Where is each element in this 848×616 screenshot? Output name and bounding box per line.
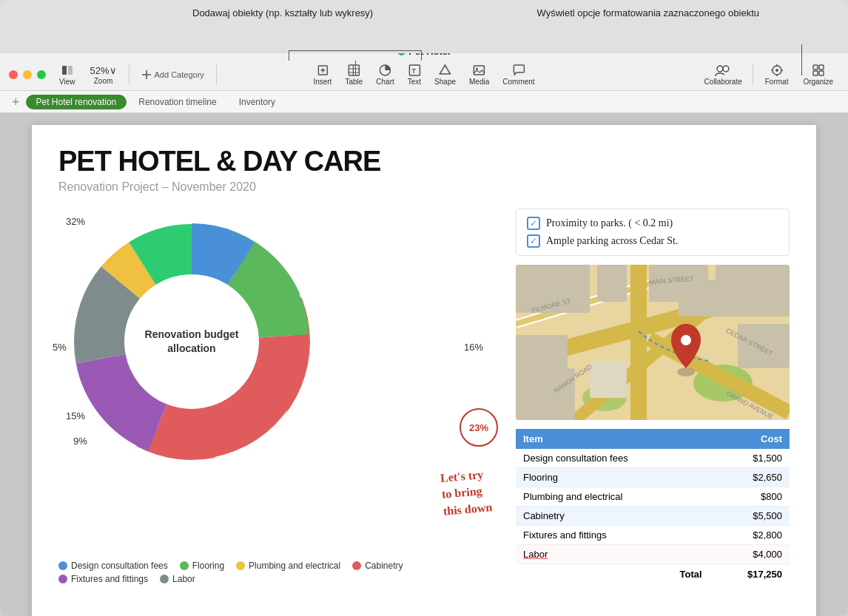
row-0-item: Design consultation fees bbox=[516, 449, 710, 468]
row-3-item: Cabinetry bbox=[516, 507, 710, 526]
svg-rect-48 bbox=[597, 265, 627, 302]
legend-dot-5 bbox=[160, 575, 169, 583]
row-1-item: Flooring bbox=[516, 468, 710, 487]
format-options-callout: Wyświetl opcje formatowania zaznaczonego… bbox=[537, 6, 760, 21]
toolbar-left-group: View 52%∨ 52% Zoom bbox=[53, 62, 123, 87]
chart-button[interactable]: Chart bbox=[370, 62, 400, 87]
toolbar-right-group: Collaborate Format Organize bbox=[699, 62, 839, 87]
titlebar: View 52%∨ 52% Zoom Add Category bbox=[0, 53, 848, 91]
collaborate-button[interactable]: Collaborate bbox=[699, 62, 748, 87]
window-title: Pet Hotel bbox=[397, 53, 450, 57]
svg-text:T: T bbox=[411, 67, 416, 75]
svg-point-16 bbox=[717, 66, 723, 72]
check-item-1: ✓ Ample parking across Cedar St. bbox=[527, 234, 778, 248]
toolbar: View 52%∨ 52% Zoom Add Category bbox=[46, 59, 839, 90]
svg-point-61 bbox=[677, 368, 695, 376]
svg-rect-7 bbox=[349, 65, 359, 75]
tab-renovation-timeline[interactable]: Renovation timeline bbox=[128, 95, 226, 109]
legend-dot-4 bbox=[58, 575, 67, 583]
svg-rect-52 bbox=[679, 280, 723, 317]
legend-item-4: Fixtures and fittings bbox=[58, 574, 148, 584]
row-3-cost: $5,500 bbox=[710, 507, 790, 526]
view-button[interactable]: View bbox=[53, 62, 81, 87]
handwriting-annotation: Let's tryto bringthis down bbox=[440, 466, 493, 520]
tab-inventory[interactable]: Inventory bbox=[229, 95, 286, 109]
table-row: Design consultation fees $1,500 bbox=[516, 449, 790, 468]
svg-rect-26 bbox=[813, 71, 818, 75]
page-title: PET HOTEL & DAY CARE bbox=[58, 146, 790, 177]
checklist: ✓ Proximity to parks. ( < 0.2 mi) ✓ Ampl… bbox=[516, 209, 790, 256]
svg-rect-50 bbox=[716, 265, 790, 317]
comment-button[interactable]: Comment bbox=[497, 62, 540, 87]
zoom-button[interactable]: 52%∨ 52% Zoom bbox=[84, 64, 123, 87]
window: View 52%∨ 52% Zoom Add Category bbox=[0, 53, 848, 616]
legend-item-0: Design consultation fees bbox=[58, 561, 168, 571]
total-label: Total bbox=[516, 564, 710, 585]
legend-dot-0 bbox=[58, 561, 67, 570]
text-button[interactable]: T Text bbox=[402, 62, 427, 87]
budget-table-container: Item Cost Design consultation fees $1,50… bbox=[516, 429, 790, 584]
table-row: Plumbing and electrical $800 bbox=[516, 487, 790, 507]
map-container: FILMORE ST MAIN STREET CEDAR STREET GRAN… bbox=[516, 265, 790, 420]
svg-rect-25 bbox=[819, 65, 824, 70]
legend-item-3: Cabinetry bbox=[352, 561, 403, 571]
tab-pet-hotel-renovation[interactable]: Pet Hotel renovation bbox=[26, 95, 127, 109]
insert-button[interactable]: Insert bbox=[307, 62, 337, 87]
svg-rect-54 bbox=[516, 368, 575, 420]
svg-point-15 bbox=[476, 68, 478, 70]
svg-point-19 bbox=[775, 69, 778, 72]
table-row: Cabinetry $5,500 bbox=[516, 507, 790, 526]
svg-point-35 bbox=[125, 275, 258, 408]
svg-point-62 bbox=[681, 335, 691, 345]
checkbox-0[interactable]: ✓ bbox=[527, 217, 540, 230]
table-total-row: Total $17,250 bbox=[516, 564, 790, 585]
svg-rect-24 bbox=[813, 65, 818, 70]
new-tab-button[interactable]: + bbox=[7, 95, 24, 109]
legend-item-2: Plumbing and electrical bbox=[236, 561, 340, 571]
close-button[interactable] bbox=[9, 70, 18, 79]
table-row-highlighted: Labor $4,000 bbox=[516, 545, 790, 564]
total-value: $17,250 bbox=[710, 564, 790, 585]
toolbar-separator-3 bbox=[753, 64, 753, 85]
row-5-cost: $4,000 bbox=[710, 545, 790, 564]
legend-dot-2 bbox=[236, 561, 245, 570]
table-row: Flooring $2,650 bbox=[516, 468, 790, 487]
toolbar-center-group: Pet Hotel Insert Table Chart bbox=[307, 62, 540, 87]
row-1-cost: $2,650 bbox=[710, 468, 790, 487]
toolbar-separator-1 bbox=[129, 64, 129, 85]
fullscreen-button[interactable] bbox=[37, 70, 46, 79]
row-4-item: Fixtures and fittings bbox=[516, 526, 710, 545]
table-button[interactable]: Table bbox=[339, 62, 369, 87]
svg-rect-55 bbox=[590, 361, 627, 398]
row-0-cost: $1,500 bbox=[710, 449, 790, 468]
row-4-cost: $2,800 bbox=[710, 526, 790, 545]
row-5-item: Labor bbox=[516, 545, 710, 564]
add-objects-callout: Dodawaj obiekty (np. kształty lub wykres… bbox=[192, 6, 373, 21]
format-button[interactable]: Format bbox=[758, 62, 796, 87]
svg-rect-1 bbox=[68, 66, 73, 75]
col-item-header: Item bbox=[516, 429, 710, 449]
svg-rect-14 bbox=[474, 66, 485, 75]
organize-button[interactable]: Organize bbox=[797, 62, 839, 87]
table-row: Fixtures and fittings $2,800 bbox=[516, 526, 790, 545]
media-button[interactable]: Media bbox=[463, 62, 495, 87]
svg-text:allocation: allocation bbox=[167, 342, 215, 354]
minimize-button[interactable] bbox=[23, 70, 32, 79]
add-category-button[interactable]: Add Category bbox=[135, 68, 210, 81]
row-2-item: Plumbing and electrical bbox=[516, 487, 710, 507]
svg-rect-44 bbox=[630, 265, 647, 420]
tab-bar: + Pet Hotel renovation Renovation timeli… bbox=[0, 91, 848, 113]
checkbox-1[interactable]: ✓ bbox=[527, 234, 540, 248]
legend-dot-1 bbox=[180, 561, 189, 570]
pct-16: 16% bbox=[464, 342, 483, 353]
chart-area: 32% 5% 15% 9% 16% bbox=[58, 209, 498, 584]
svg-text:Renovation budget: Renovation budget bbox=[145, 328, 239, 340]
toolbar-separator-2 bbox=[216, 64, 217, 85]
canvas-area: PET HOTEL & DAY CARE Renovation Project … bbox=[0, 113, 848, 616]
legend-dot-3 bbox=[352, 561, 361, 570]
chart-legend: Design consultation fees Flooring Plumbi… bbox=[58, 555, 498, 584]
check-item-0: ✓ Proximity to parks. ( < 0.2 mi) bbox=[527, 217, 778, 230]
donut-chart-clean: Renovation budget allocation bbox=[58, 209, 325, 475]
content-columns: 32% 5% 15% 9% 16% bbox=[58, 209, 790, 584]
shape-button[interactable]: Shape bbox=[428, 62, 462, 87]
